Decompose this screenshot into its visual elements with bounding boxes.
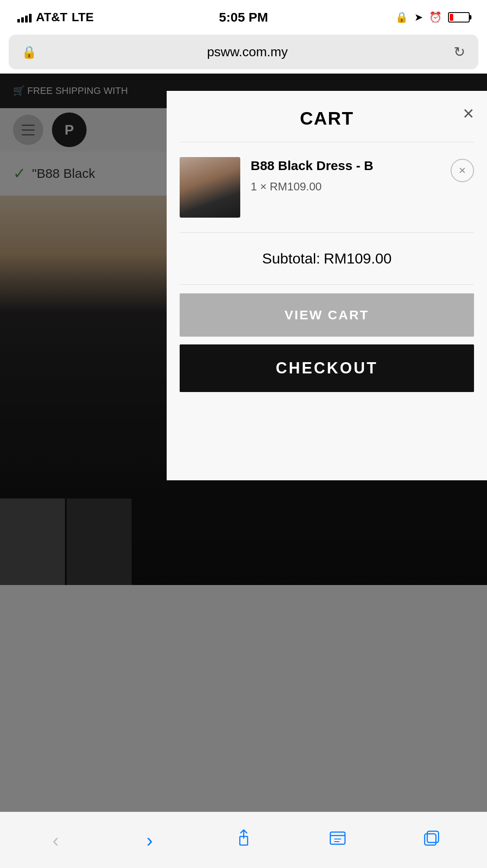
svg-rect-1 bbox=[330, 832, 345, 844]
cart-item-remove-button[interactable]: × bbox=[451, 159, 474, 182]
view-cart-button[interactable]: VIEW CART bbox=[180, 293, 474, 337]
location-icon: ➤ bbox=[414, 11, 423, 23]
bookmark-button[interactable] bbox=[320, 823, 355, 858]
status-icons: 🔒 ➤ ⏰ bbox=[395, 11, 470, 23]
forward-icon: › bbox=[146, 829, 153, 851]
battery-icon bbox=[448, 12, 470, 23]
refresh-icon[interactable]: ↻ bbox=[454, 44, 465, 60]
status-bar: AT&T LTE 5:05 PM 🔒 ➤ ⏰ bbox=[0, 0, 487, 35]
back-icon: ‹ bbox=[52, 829, 59, 851]
subtotal-label: Subtotal: bbox=[262, 250, 320, 267]
tabs-icon bbox=[422, 829, 441, 852]
cart-modal: CART × B88 Black Dress - B 1 × RM109.00 … bbox=[167, 91, 487, 480]
signal-icon bbox=[17, 12, 32, 23]
cart-item-name: B88 Black Dress - B bbox=[251, 157, 440, 174]
cart-actions: VIEW CART CHECKOUT bbox=[167, 289, 487, 405]
lock-icon: 🔒 bbox=[395, 11, 408, 23]
close-cart-button[interactable]: × bbox=[463, 104, 474, 123]
browser-bottom-bar: ‹ › bbox=[0, 812, 487, 868]
status-time: 5:05 PM bbox=[219, 10, 268, 25]
alarm-icon: ⏰ bbox=[429, 11, 442, 23]
cart-item: B88 Black Dress - B 1 × RM109.00 × bbox=[167, 147, 487, 228]
share-icon bbox=[234, 829, 253, 852]
carrier-info: AT&T LTE bbox=[17, 10, 94, 24]
tabs-button[interactable] bbox=[414, 823, 449, 858]
svg-rect-6 bbox=[427, 831, 439, 842]
cart-divider-mid bbox=[180, 232, 474, 233]
url-bar[interactable]: 🔒 psww.com.my ↻ bbox=[9, 35, 478, 69]
cart-item-details: B88 Black Dress - B 1 × RM109.00 bbox=[251, 157, 440, 193]
url-text: psww.com.my bbox=[41, 45, 454, 59]
network-type: LTE bbox=[72, 10, 94, 24]
forward-button[interactable]: › bbox=[132, 823, 167, 858]
url-lock-icon: 🔒 bbox=[22, 45, 37, 59]
cart-title: CART bbox=[300, 108, 354, 129]
cart-modal-header: CART × bbox=[167, 91, 487, 138]
bookmark-icon bbox=[328, 829, 347, 852]
cart-divider-bottom bbox=[180, 284, 474, 285]
cart-item-quantity-price: 1 × RM109.00 bbox=[251, 180, 440, 193]
back-button[interactable]: ‹ bbox=[39, 823, 73, 858]
subtotal-amount: RM109.00 bbox=[324, 250, 392, 267]
cart-item-image bbox=[180, 157, 240, 218]
svg-rect-5 bbox=[425, 834, 436, 845]
cart-divider-top bbox=[180, 142, 474, 142]
checkout-button[interactable]: CHECKOUT bbox=[180, 344, 474, 392]
carrier-name: AT&T bbox=[36, 10, 68, 24]
subtotal-row: Subtotal: RM109.00 bbox=[167, 237, 487, 280]
share-button[interactable] bbox=[226, 823, 261, 858]
